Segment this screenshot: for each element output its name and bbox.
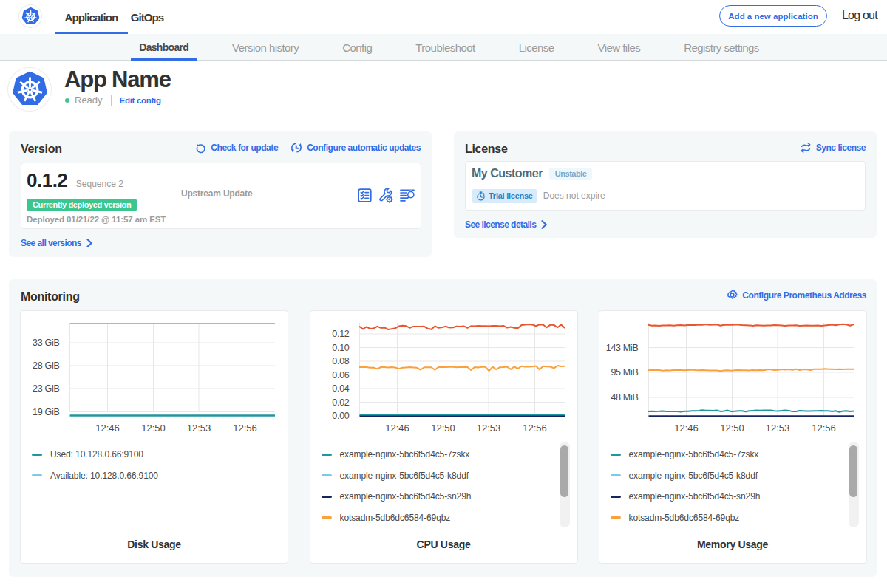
svg-text:12:56: 12:56	[812, 423, 836, 434]
svg-text:12:50: 12:50	[431, 423, 455, 434]
svg-text:0.04: 0.04	[332, 383, 349, 394]
svg-text:12:53: 12:53	[187, 423, 211, 434]
svg-text:0.08: 0.08	[332, 356, 349, 366]
svg-text:0.06: 0.06	[332, 370, 349, 380]
svg-text:12:46: 12:46	[95, 423, 120, 434]
svg-text:12:53: 12:53	[765, 423, 789, 434]
svg-text:12:56: 12:56	[523, 423, 547, 434]
svg-text:12:56: 12:56	[233, 423, 257, 434]
svg-text:12:46: 12:46	[385, 423, 409, 434]
svg-text:23 GiB: 23 GiB	[33, 383, 59, 394]
svg-text:143 MiB: 143 MiB	[605, 343, 638, 353]
svg-text:12:46: 12:46	[674, 423, 699, 434]
svg-text:12:50: 12:50	[141, 423, 166, 434]
svg-text:12:50: 12:50	[720, 423, 744, 434]
svg-text:28 GiB: 28 GiB	[33, 360, 59, 371]
svg-text:19 GiB: 19 GiB	[33, 407, 59, 417]
svg-text:48 MiB: 48 MiB	[611, 392, 638, 403]
svg-text:0.10: 0.10	[332, 343, 349, 353]
svg-text:12:53: 12:53	[476, 423, 500, 434]
svg-text:0.02: 0.02	[332, 397, 349, 408]
svg-text:95 MiB: 95 MiB	[611, 367, 638, 377]
svg-text:0.00: 0.00	[332, 411, 349, 421]
svg-text:33 GiB: 33 GiB	[33, 338, 59, 348]
svg-text:0.12: 0.12	[332, 329, 349, 339]
